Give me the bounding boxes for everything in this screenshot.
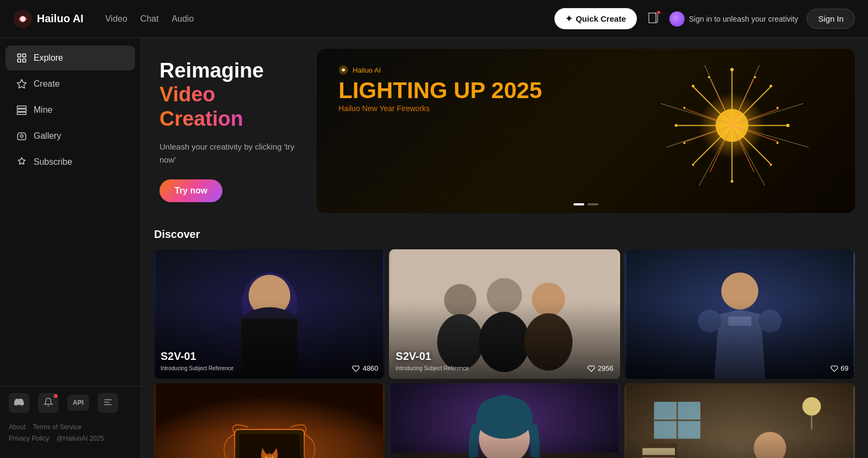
hero-banner[interactable]: Hailuo AI LIGHTING UP 2025 Hailuo New Ye…	[317, 49, 855, 213]
create-label: Create	[34, 79, 60, 89]
quick-create-button[interactable]: ✦ Quick Create	[554, 8, 637, 29]
svg-point-9	[21, 135, 23, 138]
card-likes-2: 2956	[588, 364, 614, 372]
bell-icon	[43, 397, 53, 407]
svg-rect-2	[18, 54, 21, 57]
banner-dot-1[interactable]	[573, 203, 584, 205]
sidebar-item-mine[interactable]: Mine	[5, 98, 135, 122]
card-title-2: S2V-01	[395, 350, 431, 363]
book-icon-button[interactable]	[646, 10, 661, 27]
video-card-s2v-old[interactable]: S2V-01 Introducing Subject Reference 486…	[154, 249, 385, 379]
bell-notification-dot	[54, 394, 58, 398]
copyright-text: @HailuoAI 2025	[56, 435, 104, 442]
svg-rect-3	[23, 54, 26, 57]
sidebar-footer: API About Terms of Service Privacy Polic…	[0, 386, 141, 451]
banner-subtitle: Hailuo New Year Fireworks	[339, 104, 542, 113]
sign-in-button[interactable]: Sign In	[807, 9, 855, 29]
svg-rect-6	[17, 106, 27, 108]
svg-point-37	[692, 164, 694, 166]
likes-count-2: 2956	[598, 364, 614, 372]
svg-point-36	[769, 85, 772, 87]
video-card-s2v-group[interactable]: S2V-01 Introducing Subject Reference 295…	[389, 249, 620, 379]
video-card-anime[interactable]	[389, 383, 620, 458]
video-card-fire[interactable]	[154, 383, 385, 458]
svg-point-33	[675, 124, 678, 127]
sign-in-prompt: Sign in to unleash your creativity	[669, 11, 799, 27]
explore-icon	[16, 53, 27, 63]
api-button[interactable]: API	[67, 395, 89, 411]
privacy-link[interactable]: Privacy Policy	[9, 435, 49, 442]
svg-point-43	[683, 142, 685, 144]
notify-button[interactable]	[38, 393, 59, 413]
svg-point-32	[731, 180, 733, 183]
create-icon	[16, 79, 27, 89]
card-likes-1: 4860	[352, 364, 378, 372]
discord-icon	[14, 397, 24, 407]
video-card-warrior[interactable]: 69	[624, 249, 855, 379]
heart-icon-2	[588, 365, 595, 372]
logo-text: Hailuo AI	[37, 12, 84, 25]
logo-icon	[13, 9, 33, 29]
sidebar-item-create[interactable]: Create	[5, 72, 135, 96]
likes-count-1: 4860	[362, 364, 378, 372]
main-nav: Video Chat Audio	[105, 12, 194, 26]
svg-point-35	[692, 85, 694, 87]
svg-rect-8	[17, 112, 27, 114]
card-likes-3: 69	[831, 364, 848, 372]
card-subtitle-1: Introducing Subject Reference	[161, 365, 234, 371]
about-link[interactable]: About	[9, 423, 25, 431]
terms-link[interactable]: Terms of Service	[33, 423, 81, 431]
mine-icon	[16, 105, 27, 115]
header-right: ✦ Quick Create Sign in to unleash your c…	[554, 8, 855, 29]
svg-point-31	[730, 68, 733, 71]
hero-description: Unleash your creativity by clicking 'try…	[159, 140, 301, 166]
menu-icon	[103, 397, 113, 407]
avatar-icon	[669, 11, 685, 27]
header: Hailuo AI Video Chat Audio ✦ Quick Creat…	[0, 0, 868, 38]
svg-rect-7	[17, 109, 27, 111]
sidebar-nav: Explore Create Mine	[0, 44, 141, 386]
nav-audio[interactable]: Audio	[171, 12, 194, 26]
nav-chat[interactable]: Chat	[141, 12, 159, 26]
likes-count-3: 69	[841, 364, 848, 372]
banner-title: LIGHTING UP 2025	[339, 79, 542, 102]
svg-point-44	[776, 142, 778, 144]
sidebar-item-gallery[interactable]: Gallery	[5, 124, 135, 149]
api-label: API	[73, 399, 84, 407]
hero-banner-content: Hailuo AI LIGHTING UP 2025 Hailuo New Ye…	[317, 49, 855, 213]
nav-video[interactable]: Video	[105, 12, 127, 26]
explore-label: Explore	[34, 53, 63, 63]
sign-in-prompt-text: Sign in to unleash your creativity	[689, 15, 799, 23]
svg-point-41	[776, 107, 778, 109]
main-layout: Explore Create Mine	[0, 38, 868, 458]
discover-section: Discover	[154, 228, 855, 458]
try-now-button[interactable]: Try now	[159, 179, 222, 202]
sidebar: Explore Create Mine	[0, 38, 141, 458]
banner-logo-row: Hailuo AI	[339, 65, 542, 75]
content-area: Reimagine Video Creation Unleash your cr…	[141, 38, 868, 458]
gallery-icon	[16, 131, 27, 141]
video-card-room[interactable]	[624, 383, 855, 458]
svg-point-54	[342, 69, 345, 72]
mine-label: Mine	[34, 105, 53, 115]
svg-rect-5	[23, 59, 26, 62]
heart-icon-3	[831, 365, 838, 372]
sidebar-item-explore[interactable]: Explore	[5, 46, 135, 70]
gallery-label: Gallery	[34, 131, 61, 141]
menu-button[interactable]	[98, 393, 118, 413]
banner-dots	[573, 203, 598, 205]
svg-point-1	[20, 16, 25, 22]
banner-logo-area: Hailuo AI LIGHTING UP 2025 Hailuo New Ye…	[339, 65, 542, 113]
svg-point-34	[786, 124, 789, 127]
discover-grid: S2V-01 Introducing Subject Reference 486…	[154, 249, 855, 458]
card-title-1: S2V-01	[161, 350, 196, 363]
hero-title-gradient: Video Creation	[159, 82, 301, 132]
heart-icon-1	[352, 365, 360, 372]
sidebar-item-subscribe[interactable]: Subscribe	[5, 150, 135, 175]
svg-point-38	[770, 164, 772, 166]
discord-button[interactable]	[9, 393, 29, 413]
banner-dot-2[interactable]	[588, 203, 598, 205]
sidebar-footer-links: About Terms of Service Privacy Policy @H…	[9, 422, 132, 445]
subscribe-icon	[16, 157, 27, 167]
logo[interactable]: Hailuo AI	[13, 9, 84, 29]
